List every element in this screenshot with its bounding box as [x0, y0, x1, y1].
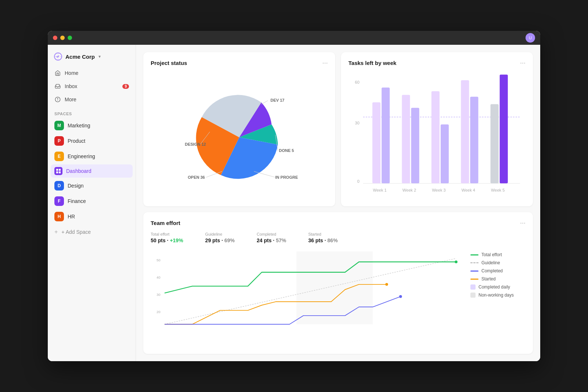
legend-guideline-line: [470, 262, 478, 263]
brand-button[interactable]: Acme Corp ▾: [48, 51, 136, 67]
dashboard-label: Dashboard: [66, 168, 92, 174]
svg-text:DONE 5: DONE 5: [279, 148, 294, 153]
sidebar-item-product[interactable]: P Product: [51, 134, 133, 148]
legend-started: Started: [470, 276, 526, 282]
svg-text:IN PROGRESS 5: IN PROGRESS 5: [275, 175, 298, 179]
main-layout: Acme Corp ▾ Home: [48, 45, 540, 361]
svg-point-1: [57, 55, 59, 58]
legend-completed: Completed: [470, 268, 526, 273]
legend-completed-daily-box: [470, 284, 476, 290]
dashboard-icon: [54, 167, 62, 175]
design-label: Design: [68, 183, 84, 189]
svg-rect-33: [461, 80, 469, 183]
top-row: Project status ···: [143, 52, 533, 206]
spaces-header: Spaces: [48, 106, 136, 118]
legend-non-working-box: [470, 293, 476, 298]
legend-started-label: Started: [481, 276, 496, 282]
minimize-button[interactable]: [60, 36, 65, 40]
team-effort-more-button[interactable]: ···: [520, 219, 526, 226]
svg-rect-37: [500, 75, 508, 183]
completed-pct: 57%: [276, 237, 286, 243]
tasks-by-week-card: Tasks left by week ··· 60 30 0: [341, 52, 533, 206]
marketing-dot: M: [54, 121, 64, 130]
add-icon: +: [54, 229, 58, 235]
more-label: More: [65, 97, 76, 102]
svg-line-14: [261, 101, 268, 104]
legend-completed-line: [470, 271, 478, 272]
total-effort-value: 50 pts · +19%: [151, 237, 183, 243]
svg-rect-8: [59, 171, 61, 173]
svg-text:Week 5: Week 5: [491, 188, 505, 192]
pie-chart: DEV 17 DONE 5 IN PROGRESS 5 OPEN 36 DESI…: [180, 80, 298, 190]
sidebar-item-inbox[interactable]: Inbox 9: [51, 80, 133, 92]
sidebar-item-engineering[interactable]: E Engineering: [51, 149, 133, 164]
sidebar-item-more[interactable]: More: [51, 93, 133, 106]
sidebar-item-design[interactable]: D Design: [51, 178, 133, 193]
sidebar-item-marketing[interactable]: M Marketing: [51, 118, 133, 133]
started-label: Started: [308, 232, 338, 236]
design-dot: D: [54, 181, 64, 190]
engineering-label: Engineering: [68, 153, 95, 159]
guideline-stat: Guideline 29 pts · 69%: [205, 232, 234, 243]
svg-text:Week 3: Week 3: [432, 188, 445, 192]
svg-text:0: 0: [357, 179, 359, 184]
svg-point-3: [57, 98, 58, 99]
sidebar-item-finance[interactable]: F Finance: [51, 194, 133, 208]
svg-text:Week 2: Week 2: [402, 188, 416, 192]
brand-chevron-icon: ▾: [98, 54, 101, 59]
svg-rect-6: [59, 169, 61, 171]
project-status-header: Project status ···: [151, 59, 328, 66]
maximize-button[interactable]: [68, 36, 72, 40]
sidebar-item-hr[interactable]: H HR: [51, 209, 133, 224]
sidebar-item-dashboard[interactable]: Dashboard: [51, 164, 133, 178]
user-avatar[interactable]: U: [526, 33, 535, 43]
svg-rect-31: [441, 124, 449, 184]
svg-text:60: 60: [355, 80, 359, 84]
product-label: Product: [68, 138, 85, 144]
add-space-button[interactable]: + + Add Space: [51, 226, 133, 238]
guideline-pct: 69%: [224, 237, 234, 243]
more-icon: [54, 96, 61, 103]
total-effort-label: Total effort: [151, 232, 183, 236]
svg-text:30: 30: [157, 293, 161, 297]
hr-dot: H: [54, 212, 64, 221]
spaces-list: M Marketing P Product E Engineering: [48, 118, 136, 225]
add-space-label: + Add Space: [61, 229, 91, 235]
legend-non-working-label: Non-working days: [478, 293, 514, 298]
team-effort-title: Team effort: [151, 220, 180, 226]
sidebar-item-home[interactable]: Home: [51, 67, 133, 79]
team-effort-header: Team effort ···: [151, 219, 526, 226]
legend-total-effort: Total effort: [470, 252, 526, 257]
hr-label: HR: [68, 214, 75, 219]
started-pct: 86%: [327, 237, 338, 243]
marketing-label: Marketing: [68, 123, 90, 128]
legend-completed-daily-label: Completed daily: [478, 284, 510, 290]
project-status-more-button[interactable]: ···: [322, 59, 328, 66]
tasks-more-button[interactable]: ···: [520, 59, 526, 66]
legend-guideline-label: Guideline: [481, 260, 500, 265]
legend-total-effort-line: [470, 254, 478, 255]
svg-rect-27: [402, 95, 410, 184]
finance-dot: F: [54, 196, 64, 206]
total-effort-stat: Total effort 50 pts · +19%: [151, 232, 183, 243]
app-window: U Acme Corp ▾: [48, 31, 540, 361]
svg-text:40: 40: [157, 275, 161, 279]
svg-rect-7: [56, 171, 58, 173]
bar-chart-svg: 60 30 0: [348, 72, 526, 199]
svg-text:30: 30: [355, 121, 359, 125]
chart-legend: Total effort Guideline Completed St: [470, 249, 526, 330]
legend-completed-daily: Completed daily: [470, 284, 526, 290]
close-button[interactable]: [53, 36, 57, 40]
inbox-label: Inbox: [65, 83, 77, 89]
line-chart-area: 50 40 30 20: [151, 249, 463, 330]
pie-chart-container: DEV 17 DONE 5 IN PROGRESS 5 OPEN 36 DESI…: [151, 72, 328, 199]
bar-chart-container: 60 30 0: [348, 72, 526, 199]
svg-text:DESIGN 12: DESIGN 12: [185, 142, 206, 146]
inbox-icon: [54, 83, 61, 90]
legend-guideline: Guideline: [470, 260, 526, 265]
svg-rect-5: [56, 169, 58, 171]
finance-label: Finance: [68, 198, 86, 204]
traffic-lights: [53, 36, 72, 40]
svg-text:Week 1: Week 1: [373, 188, 387, 192]
legend-total-effort-label: Total effort: [481, 252, 502, 257]
